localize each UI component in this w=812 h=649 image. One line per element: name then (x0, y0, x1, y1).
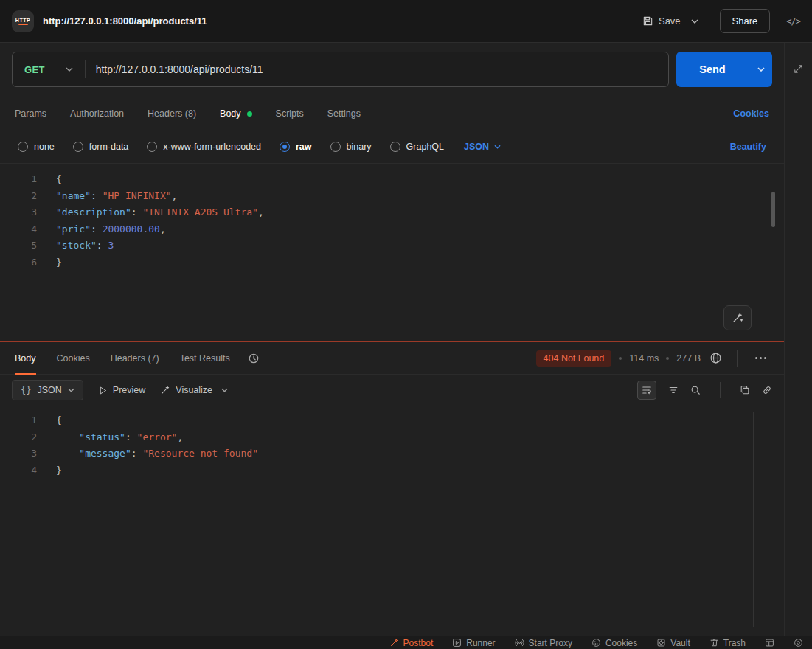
runner-icon (452, 638, 462, 648)
visualize-button[interactable]: Visualize (160, 385, 212, 395)
meta-separator-dot (619, 357, 622, 360)
radio-icon (330, 142, 341, 152)
url-input[interactable] (86, 63, 668, 75)
code-line: 3"description": "INFINIX A20S Ultra", (0, 204, 784, 221)
statusbar-vault[interactable]: Vault (656, 638, 690, 648)
cookie-icon (591, 638, 601, 648)
send-button[interactable]: Send (676, 52, 749, 87)
statusbar-panel-icon[interactable] (765, 638, 774, 648)
toolbar-divider (720, 382, 721, 398)
response-history-icon[interactable] (248, 353, 260, 364)
magic-wand-icon (389, 638, 399, 648)
body-content-dot (247, 111, 252, 117)
topbar-actions: Save Share </> (638, 9, 800, 33)
body-type-urlencoded[interactable]: x-www-form-urlencoded (147, 142, 261, 152)
body-type-graphql[interactable]: GraphQL (390, 142, 444, 152)
radio-icon (390, 142, 400, 152)
chevron-down-icon (66, 67, 73, 72)
body-type-raw[interactable]: raw (280, 142, 312, 152)
code-snippet-icon[interactable]: </> (786, 16, 800, 27)
response-time[interactable]: 114 ms (629, 353, 659, 364)
filter-button[interactable] (668, 385, 679, 395)
statusbar-cookies[interactable]: Cookies (591, 638, 637, 648)
cookies-link[interactable]: Cookies (733, 108, 769, 119)
link-icon (762, 385, 772, 395)
line-content: "stock": 3 (56, 237, 114, 254)
more-options-icon[interactable] (752, 354, 769, 362)
search-button[interactable] (690, 385, 701, 395)
line-content: "pric": 2000000.00, (56, 221, 166, 238)
response-tab-cookies[interactable]: Cookies (57, 342, 90, 374)
body-type-form-data[interactable]: form-data (73, 142, 129, 152)
proxy-signal-icon (515, 638, 524, 648)
save-button[interactable]: Save (638, 10, 685, 32)
statusbar-help-icon[interactable] (794, 638, 803, 648)
status-badge[interactable]: 404 Not Found (536, 350, 612, 367)
url-box: GET (12, 52, 669, 87)
http-request-logo-icon: HTTP (12, 10, 34, 32)
code-line: 1{ (0, 412, 784, 429)
radio-icon (18, 142, 28, 152)
response-size[interactable]: 277 B (676, 353, 701, 364)
save-label: Save (659, 15, 681, 27)
response-body-viewer[interactable]: 1{2 "status": "error",3 "message": "Reso… (0, 406, 784, 636)
editor-postbot-button[interactable] (723, 305, 752, 330)
editor-scrollbar[interactable] (771, 192, 775, 227)
chevron-down-icon (221, 388, 228, 392)
line-number: 2 (0, 429, 37, 446)
visualize-options-chevron[interactable] (221, 388, 228, 392)
tab-headers[interactable]: Headers (8) (148, 108, 196, 119)
body-type-binary[interactable]: binary (330, 142, 372, 152)
send-options-chevron[interactable] (749, 52, 772, 87)
preview-button[interactable]: Preview (98, 385, 145, 395)
line-number: 1 (0, 171, 37, 188)
body-type-none[interactable]: none (18, 142, 55, 152)
vault-lock-icon (656, 638, 666, 648)
line-number: 4 (0, 462, 37, 479)
wrap-text-button[interactable] (637, 381, 656, 400)
method-select[interactable]: GET (13, 64, 85, 75)
method-label: GET (24, 64, 45, 75)
response-format-label: JSON (37, 385, 61, 395)
statusbar-trash[interactable]: Trash (709, 638, 746, 648)
save-options-chevron[interactable] (685, 14, 704, 29)
copy-button[interactable] (740, 385, 750, 395)
response-tab-body[interactable]: Body (15, 342, 36, 374)
statusbar-runner[interactable]: Runner (452, 638, 495, 648)
response-tab-headers[interactable]: Headers (7) (111, 342, 159, 374)
send-button-group: Send (676, 52, 772, 87)
share-button[interactable]: Share (720, 9, 771, 33)
wrap-text-icon (642, 385, 652, 395)
tab-scripts[interactable]: Scripts (276, 108, 304, 119)
link-button[interactable] (762, 385, 772, 395)
request-body-code: 1{2"name": "HP INFINIX",3"description": … (0, 171, 784, 271)
tab-body-label: Body (220, 108, 241, 119)
bottom-status-bar: Postbot Runner Start Proxy Cookies Vault… (0, 636, 812, 649)
chevron-down-icon (494, 145, 501, 149)
statusbar-start-proxy[interactable]: Start Proxy (515, 638, 572, 648)
network-info-icon[interactable] (709, 352, 722, 364)
raw-language-label: JSON (464, 142, 489, 152)
tab-params[interactable]: Params (15, 108, 46, 119)
expand-panel-icon[interactable] (793, 63, 804, 636)
tab-authorization[interactable]: Authorization (70, 108, 124, 119)
code-line: 4"pric": 2000000.00, (0, 221, 784, 238)
tab-settings[interactable]: Settings (327, 108, 361, 119)
radio-icon (73, 142, 83, 152)
response-header: Body Cookies Headers (7) Test Results 40… (0, 342, 784, 375)
line-content: "message": "Resource not found" (56, 445, 258, 462)
response-tab-test-results[interactable]: Test Results (180, 342, 230, 374)
request-body-editor[interactable]: 1{2"name": "HP INFINIX",3"description": … (0, 164, 784, 341)
tab-body[interactable]: Body (220, 108, 252, 119)
statusbar-postbot[interactable]: Postbot (389, 638, 434, 648)
line-content: "status": "error", (56, 429, 183, 446)
code-line: 1{ (0, 171, 784, 188)
save-icon (642, 15, 653, 27)
main-area: GET Send Params Authorization Headers (8… (0, 43, 812, 636)
beautify-link[interactable]: Beautify (730, 142, 766, 152)
response-format-select[interactable]: {} JSON (12, 380, 83, 400)
line-number: 1 (0, 412, 37, 429)
raw-language-select[interactable]: JSON (464, 142, 501, 152)
line-number: 5 (0, 237, 37, 254)
request-title: http://127.0.0.1:8000/api/products/11 (43, 15, 207, 27)
